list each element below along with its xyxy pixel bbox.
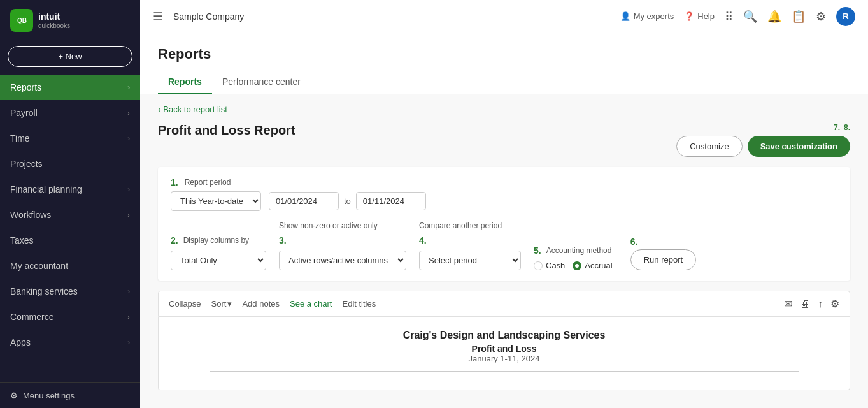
report-toolbar: Collapse Sort ▾ Add notes See a chart Ed… xyxy=(158,291,850,317)
sidebar-item-payroll-label: Payroll xyxy=(10,108,38,118)
help-icon: ❓ xyxy=(684,11,694,21)
compare-period-group: Compare another period 4. Select period … xyxy=(419,221,521,270)
customize-button[interactable]: Customize xyxy=(676,136,742,157)
cash-label: Cash xyxy=(546,261,565,270)
step-2: 2. xyxy=(171,235,178,245)
sidebar-nav: Reports › Payroll › Time › Projects Fina… xyxy=(0,75,140,382)
step-3: 3. xyxy=(279,235,287,245)
see-chart-button[interactable]: See a chart xyxy=(290,299,332,309)
sidebar-item-apps[interactable]: Apps › xyxy=(0,330,140,355)
date-range: to xyxy=(269,192,426,210)
hamburger-icon[interactable]: ☰ xyxy=(153,10,163,24)
person-icon: 👤 xyxy=(620,11,630,21)
sidebar-item-workflows-label: Workflows xyxy=(10,210,51,220)
sidebar-item-my-accountant-label: My accountant xyxy=(10,261,68,271)
topbar-actions: 👤 My experts ❓ Help ⠿ 🔍 🔔 📋 ⚙ R xyxy=(620,7,855,26)
topbar: ☰ Sample Company 👤 My experts ❓ Help ⠿ 🔍… xyxy=(140,0,868,33)
date-from-input[interactable] xyxy=(269,192,339,210)
chevron-icon: › xyxy=(127,288,130,295)
tab-reports[interactable]: Reports xyxy=(158,70,212,94)
step-4: 4. xyxy=(419,235,427,245)
report-name: Profit and Loss xyxy=(171,344,837,354)
cash-radio-circle xyxy=(534,261,543,270)
save-customization-button[interactable]: Save customization xyxy=(748,136,850,157)
report-content: Craig's Design and Landscaping Services … xyxy=(158,317,850,390)
email-icon[interactable]: ✉ xyxy=(784,298,792,310)
chevron-icon: › xyxy=(127,186,130,193)
logo-text-line1: intuit xyxy=(38,11,70,22)
chevron-icon: › xyxy=(127,84,130,91)
help-label: Help xyxy=(697,11,715,21)
settings-icon[interactable]: ⚙ xyxy=(816,10,826,24)
date-to-input[interactable] xyxy=(356,192,426,210)
to-label: to xyxy=(344,196,351,206)
sidebar-item-taxes[interactable]: Taxes xyxy=(0,228,140,253)
run-report-button[interactable]: Run report xyxy=(630,249,696,270)
cash-radio[interactable]: Cash xyxy=(534,261,565,270)
report-period-label: Report period xyxy=(185,178,231,187)
chevron-icon: › xyxy=(127,313,130,321)
step-7-label: 7. xyxy=(834,123,840,132)
step-1: 1. xyxy=(171,177,178,187)
bell-icon[interactable]: 🔔 xyxy=(767,10,781,24)
collapse-button[interactable]: Collapse xyxy=(169,299,201,309)
controls-panel: 1. Report period This Year-to-date This … xyxy=(158,167,850,280)
sidebar-item-commerce[interactable]: Commerce › xyxy=(0,304,140,330)
chevron-icon: › xyxy=(127,339,130,346)
accounting-method-group: 5. Accounting method Cash Accrual xyxy=(534,245,613,270)
step-6: 6. xyxy=(630,237,694,247)
logo: QB intuit quickbooks xyxy=(0,0,140,41)
help-button[interactable]: ❓ Help xyxy=(684,11,715,21)
sidebar-item-financial-planning[interactable]: Financial planning › xyxy=(0,177,140,202)
step-5: 5. xyxy=(534,245,541,256)
accounting-method-label: Accounting method xyxy=(546,246,612,255)
new-button[interactable]: + New xyxy=(8,46,132,67)
show-nonzero-label: Show non-zero or active only xyxy=(279,221,378,230)
compare-period-select[interactable]: Select period Previous Period Previous Y… xyxy=(419,251,521,270)
my-experts-label: My experts xyxy=(634,11,674,21)
sort-button[interactable]: Sort ▾ xyxy=(211,299,232,309)
report-company-name: Craig's Design and Landscaping Services xyxy=(171,330,837,341)
sidebar-item-reports[interactable]: Reports › xyxy=(0,75,140,100)
sidebar-item-projects[interactable]: Projects xyxy=(0,151,140,177)
menu-settings-button[interactable]: ⚙ Menu settings xyxy=(10,391,130,400)
sidebar: QB intuit quickbooks + New Reports › Pay… xyxy=(0,0,140,408)
page-header: Reports Reports Performance center xyxy=(140,33,868,94)
period-select[interactable]: This Year-to-date This Month Last Month … xyxy=(171,191,261,211)
sort-chevron-icon: ▾ xyxy=(227,299,232,309)
clipboard-icon[interactable]: 📋 xyxy=(792,10,806,24)
page-title: Reports xyxy=(158,46,850,62)
display-columns-select[interactable]: Total Only Month Quarter Year xyxy=(171,251,266,270)
menu-settings-label: Menu settings xyxy=(23,391,75,400)
settings-icon[interactable]: ⚙ xyxy=(830,298,839,310)
print-icon[interactable]: 🖨 xyxy=(800,298,810,310)
sidebar-item-my-accountant[interactable]: My accountant xyxy=(0,253,140,279)
tab-performance-center[interactable]: Performance center xyxy=(212,70,311,94)
accounting-radio-group: Cash Accrual xyxy=(534,261,613,270)
avatar[interactable]: R xyxy=(836,7,855,26)
chevron-icon: › xyxy=(127,211,130,219)
logo-text-line2: quickbooks xyxy=(38,22,70,29)
back-to-report-list[interactable]: ‹ Back to report list xyxy=(158,105,850,114)
search-icon[interactable]: 🔍 xyxy=(743,10,757,24)
display-columns-group: 2. Display columns by Total Only Month Q… xyxy=(171,235,266,270)
chevron-icon: › xyxy=(127,109,130,117)
sidebar-item-banking-services[interactable]: Banking services › xyxy=(0,279,140,304)
report-title: Profit and Loss Report xyxy=(158,123,295,138)
accrual-radio-circle xyxy=(573,261,581,270)
accrual-radio[interactable]: Accrual xyxy=(573,261,612,270)
sidebar-item-time[interactable]: Time › xyxy=(0,126,140,151)
sidebar-item-workflows[interactable]: Workflows › xyxy=(0,202,140,228)
sidebar-item-time-label: Time xyxy=(10,133,30,143)
apps-grid-icon[interactable]: ⠿ xyxy=(725,10,733,24)
accrual-label: Accrual xyxy=(585,261,612,270)
sidebar-item-payroll[interactable]: Payroll › xyxy=(0,100,140,126)
sidebar-item-apps-label: Apps xyxy=(10,337,31,347)
back-link-label: Back to report list xyxy=(163,105,227,114)
my-experts-button[interactable]: 👤 My experts xyxy=(620,11,674,21)
show-nonzero-select[interactable]: Active rows/active columns Active rows o… xyxy=(279,251,406,270)
add-notes-button[interactable]: Add notes xyxy=(242,299,280,309)
edit-titles-button[interactable]: Edit titles xyxy=(342,299,376,309)
sidebar-item-taxes-label: Taxes xyxy=(10,235,34,245)
export-icon[interactable]: ↑ xyxy=(818,298,823,310)
